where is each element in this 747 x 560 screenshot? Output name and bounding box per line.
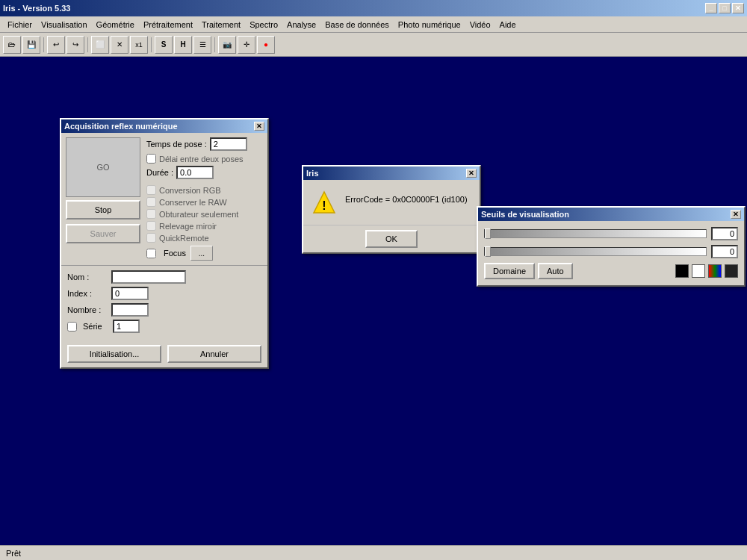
close-button[interactable]: ✕ (732, 3, 744, 13)
duree-input[interactable] (176, 166, 214, 179)
menu-photo-numerique[interactable]: Photo numérique (394, 19, 465, 31)
acquisition-preview-label: GO (96, 163, 109, 172)
delai-checkbox[interactable] (146, 154, 156, 164)
error-ok-area: OK (303, 225, 480, 252)
conversion-rgb-label: Conversion RGB (159, 186, 221, 195)
toolbar-open[interactable]: 🗁 (3, 36, 21, 54)
slider1-thumb[interactable] (485, 228, 491, 239)
focus-row: Focus ... (146, 246, 263, 261)
warning-icon: ! (312, 190, 336, 214)
serie-checkbox[interactable] (67, 322, 77, 332)
focus-button[interactable]: ... (190, 246, 213, 261)
menu-visualisation[interactable]: Visualisation (37, 19, 92, 31)
toolbar-s[interactable]: S (155, 36, 173, 54)
index-input[interactable] (111, 287, 149, 300)
stop-button[interactable]: Stop (66, 200, 140, 220)
slider1-row (484, 227, 738, 240)
focus-checkbox[interactable] (146, 249, 156, 258)
swatch-black[interactable] (675, 264, 689, 278)
nombre-input[interactable] (111, 303, 149, 317)
toolbar-x1[interactable]: x1 (130, 36, 148, 54)
slider1-input[interactable] (711, 227, 738, 240)
toolbar-sep4 (214, 37, 215, 52)
slider1-track[interactable] (484, 229, 707, 238)
toolbar-rect[interactable]: ⬜ (91, 36, 109, 54)
menu-base-de-donnees[interactable]: Base de données (320, 19, 394, 31)
app-title-text: Iris - Version 5.33 (3, 4, 71, 13)
initialisation-label: Initialisation... (90, 349, 140, 358)
menu-geometrie[interactable]: Géométrie (92, 19, 139, 31)
domaine-button[interactable]: Domaine (484, 263, 535, 279)
main-content: Acquisition reflex numérique ✕ GO Stop S… (0, 57, 747, 545)
toolbar-camera[interactable]: 📷 (218, 36, 236, 54)
toolbar-h[interactable]: H (174, 36, 192, 54)
checkboxes-group: Conversion RGB Conserver le RAW Obturate… (146, 185, 263, 243)
obturateur-label: Obturateur seulement (159, 210, 238, 219)
seuils-close-button[interactable]: ✕ (731, 210, 741, 219)
minimize-button[interactable]: _ (705, 3, 717, 13)
toolbar-redo[interactable]: ↪ (66, 36, 84, 54)
seuils-title-bar: Seuils de visualisation ✕ (478, 208, 744, 221)
sauver-button[interactable]: Sauver (66, 224, 140, 243)
conserver-raw-checkbox[interactable] (146, 197, 156, 207)
toolbar-undo[interactable]: ↩ (47, 36, 65, 54)
serie-label: Série (83, 322, 110, 331)
toolbar-cross[interactable]: ✛ (238, 36, 255, 54)
nombre-row: Nombre : (67, 303, 261, 317)
menu-video[interactable]: Vidéo (465, 19, 495, 31)
toolbar-grid[interactable]: ☰ (193, 36, 211, 54)
maximize-button[interactable]: □ (719, 3, 731, 13)
temps-pose-input[interactable] (210, 137, 247, 151)
status-text: Prêt (6, 549, 21, 558)
acquisition-close-button[interactable]: ✕ (254, 122, 264, 131)
serie-row: Série (67, 320, 261, 333)
menu-fichier[interactable]: Fichier (3, 19, 37, 31)
window-controls: _ □ ✕ (705, 3, 744, 13)
nom-input[interactable] (111, 270, 186, 284)
toolbar-record[interactable]: ● (257, 36, 275, 54)
slider2-thumb[interactable] (485, 246, 491, 257)
auto-button[interactable]: Auto (538, 263, 573, 279)
quick-remote-checkbox[interactable] (146, 233, 156, 243)
seuils-title-text: Seuils de visualisation (481, 210, 569, 219)
acquisition-right-panel: Temps de pose : Délai entre deux poses D… (146, 137, 263, 261)
conversion-rgb-checkbox[interactable] (146, 185, 156, 195)
menu-spectro[interactable]: Spectro (245, 19, 282, 31)
menu-pretraitement[interactable]: Prétraitement (139, 19, 197, 31)
delai-label: Délai entre deux poses (159, 155, 244, 164)
annuler-label: Annuler (200, 349, 229, 358)
toolbar-x[interactable]: ✕ (111, 36, 128, 54)
index-label: Index : (67, 289, 108, 298)
error-close-button[interactable]: ✕ (466, 169, 477, 178)
status-bar: Prêt (0, 545, 747, 560)
domaine-label: Domaine (493, 267, 526, 276)
toolbar-save[interactable]: 💾 (22, 36, 40, 54)
toolbar-sep1 (43, 37, 44, 52)
relevage-miroir-label: Relevage miroir (159, 222, 217, 231)
obturateur-checkbox[interactable] (146, 209, 156, 219)
serie-input[interactable] (113, 320, 140, 333)
seuils-body: Domaine Auto (478, 221, 744, 285)
error-title-text: Iris (306, 169, 319, 178)
swatch-dark[interactable] (725, 264, 738, 278)
temps-pose-label: Temps de pose : (146, 140, 207, 149)
focus-btn-label: ... (199, 249, 205, 258)
annuler-button[interactable]: Annuler (167, 345, 261, 363)
temps-pose-row: Temps de pose : (146, 137, 263, 151)
swatch-white[interactable] (692, 264, 705, 278)
slider2-input[interactable] (711, 245, 738, 258)
initialisation-button[interactable]: Initialisation... (67, 345, 161, 363)
delai-row: Délai entre deux poses (146, 154, 263, 164)
relevage-miroir-checkbox[interactable] (146, 221, 156, 231)
acquisition-dialog: Acquisition reflex numérique ✕ GO Stop S… (60, 118, 269, 369)
slider2-track[interactable] (484, 247, 707, 256)
acquisition-left-panel: GO Stop Sauver (66, 137, 140, 261)
menu-analyse[interactable]: Analyse (282, 19, 320, 31)
slider2-row (484, 245, 738, 258)
error-ok-button[interactable]: OK (365, 230, 418, 248)
error-ok-label: OK (385, 234, 397, 243)
menu-aide[interactable]: Aide (495, 19, 521, 31)
sauver-label: Sauver (90, 229, 117, 238)
swatch-multi[interactable] (708, 264, 722, 278)
menu-traitement[interactable]: Traitement (197, 19, 245, 31)
